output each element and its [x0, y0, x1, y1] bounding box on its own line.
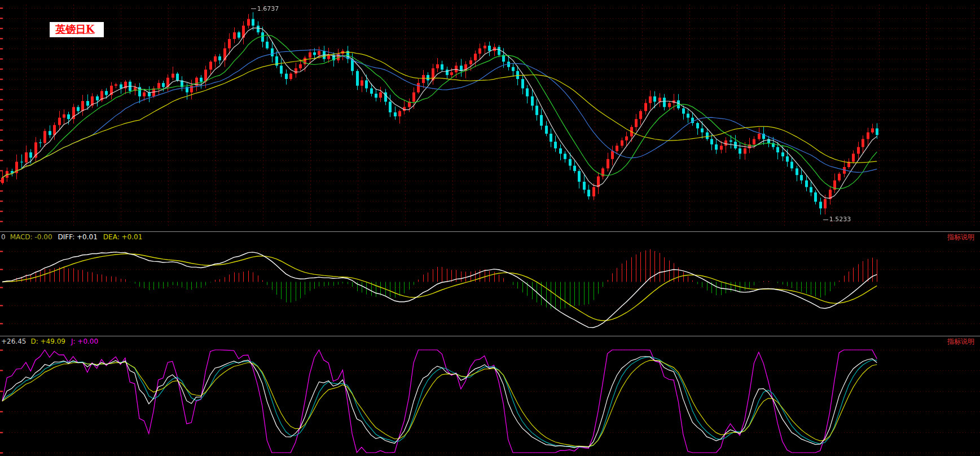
annotation-dash: [251, 8, 256, 9]
trading-chart-window: 英镑日K 1.6737 1.5233 0 MACD: -0.00 DIFF: +…: [0, 0, 980, 456]
macd-value-label: MACD: -0.00: [10, 232, 52, 242]
kdj-header: +26.45 D: +49.09 J: +0.00 指标说明: [0, 336, 980, 347]
macd-chart[interactable]: [0, 242, 980, 336]
trough-price-label: 1.5233: [829, 216, 851, 223]
kdj-chart[interactable]: [0, 347, 980, 456]
kdj-d-value-label: D: +49.09: [30, 336, 65, 347]
annotation-dash: [823, 220, 828, 220]
diff-value-label: DIFF: +0.01: [58, 232, 98, 242]
peak-price-label: 1.6737: [257, 6, 279, 12]
dea-value-label: DEA: +0.01: [103, 232, 142, 242]
candlestick-chart[interactable]: [0, 0, 980, 231]
main-chart-panel: 英镑日K 1.6737 1.5233: [0, 0, 980, 231]
peak-price-annotation: 1.6737: [251, 6, 279, 12]
kdj-k-value-label: +26.45: [1, 336, 26, 347]
chart-title: 英镑日K: [55, 23, 95, 35]
kdj-j-value-label: J: +0.00: [71, 336, 98, 347]
macd-help-link[interactable]: 指标说明: [947, 232, 974, 242]
chart-title-box: 英镑日K: [50, 22, 104, 37]
macd-header: 0 MACD: -0.00 DIFF: +0.01 DEA: +0.01 指标说…: [0, 232, 980, 242]
kdj-help-link[interactable]: 指标说明: [947, 336, 974, 347]
macd-header-prefix: 0: [1, 232, 6, 242]
trough-price-annotation: 1.5233: [823, 216, 851, 223]
